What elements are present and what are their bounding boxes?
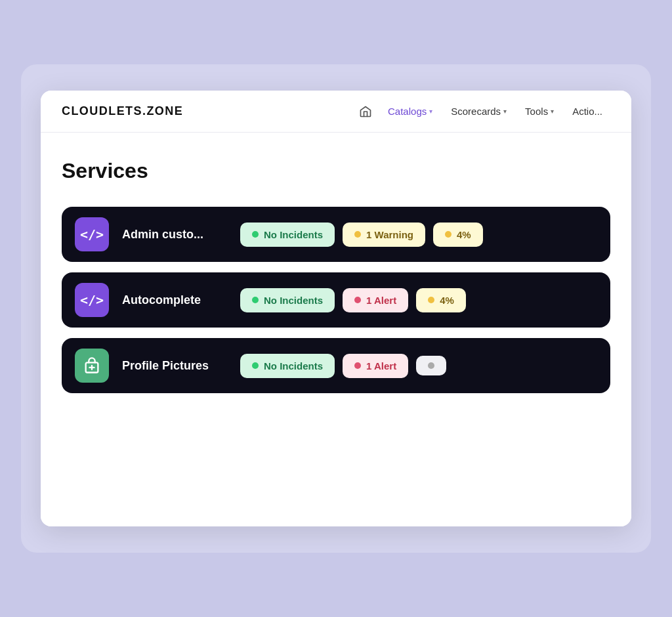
red-dot: [354, 362, 361, 369]
brand-logo: CLOUDLETS.ZONE: [62, 104, 183, 118]
green-dot: [252, 231, 259, 238]
yellow-dot: [428, 297, 434, 303]
browser-window: CLOUDLETS.ZONE Catalogs ▾ Scorec: [41, 91, 631, 526]
nav-scorecards[interactable]: Scorecards ▾: [443, 102, 514, 121]
services-list: </> Admin custo... No Incidents 1 Warnin…: [62, 207, 610, 393]
percent-badge: 4%: [416, 288, 466, 312]
warning-badge: 1 Warning: [343, 223, 425, 247]
green-dot: [252, 297, 259, 303]
red-dot: [354, 297, 361, 303]
status-badges: No Incidents 1 Warning 4%: [240, 223, 597, 247]
yellow-dot: [445, 231, 452, 238]
service-icon-bucket: [75, 349, 109, 383]
yellow-dot: [354, 231, 361, 238]
no-incidents-badge: No Incidents: [240, 354, 335, 378]
home-nav-button[interactable]: [354, 100, 377, 123]
gray-dot: [428, 362, 434, 369]
service-icon-code: </>: [75, 283, 109, 317]
page-title: Services: [62, 159, 610, 183]
page-content: Services </> Admin custo... No Incidents: [41, 133, 631, 526]
service-name: Profile Pictures: [122, 359, 227, 373]
gray-badge: [416, 356, 446, 375]
service-row[interactable]: </> Admin custo... No Incidents 1 Warnin…: [62, 207, 610, 262]
chevron-down-icon: ▾: [551, 108, 554, 115]
status-badges: No Incidents 1 Alert 4%: [240, 288, 597, 312]
nav-catalogs[interactable]: Catalogs ▾: [380, 102, 440, 121]
outer-container: CLOUDLETS.ZONE Catalogs ▾ Scorec: [21, 64, 651, 553]
percent-badge: 4%: [433, 223, 483, 247]
nav-actions[interactable]: Actio...: [564, 102, 610, 121]
status-badges: No Incidents 1 Alert: [240, 354, 597, 378]
service-icon-code: </>: [75, 217, 109, 251]
chevron-down-icon: ▾: [429, 108, 432, 115]
alert-badge: 1 Alert: [343, 354, 408, 378]
nav-tools[interactable]: Tools ▾: [517, 102, 562, 121]
service-row[interactable]: Profile Pictures No Incidents 1 Alert: [62, 338, 610, 393]
no-incidents-badge: No Incidents: [240, 223, 335, 247]
nav-links: Catalogs ▾ Scorecards ▾ Tools ▾ Actio...: [354, 100, 610, 123]
no-incidents-badge: No Incidents: [240, 288, 335, 312]
service-name: Admin custo...: [122, 228, 227, 242]
alert-badge: 1 Alert: [343, 288, 408, 312]
service-row[interactable]: </> Autocomplete No Incidents 1 Alert: [62, 272, 610, 328]
service-name: Autocomplete: [122, 293, 227, 307]
navbar: CLOUDLETS.ZONE Catalogs ▾ Scorec: [41, 91, 631, 133]
green-dot: [252, 362, 259, 369]
chevron-down-icon: ▾: [503, 108, 507, 115]
